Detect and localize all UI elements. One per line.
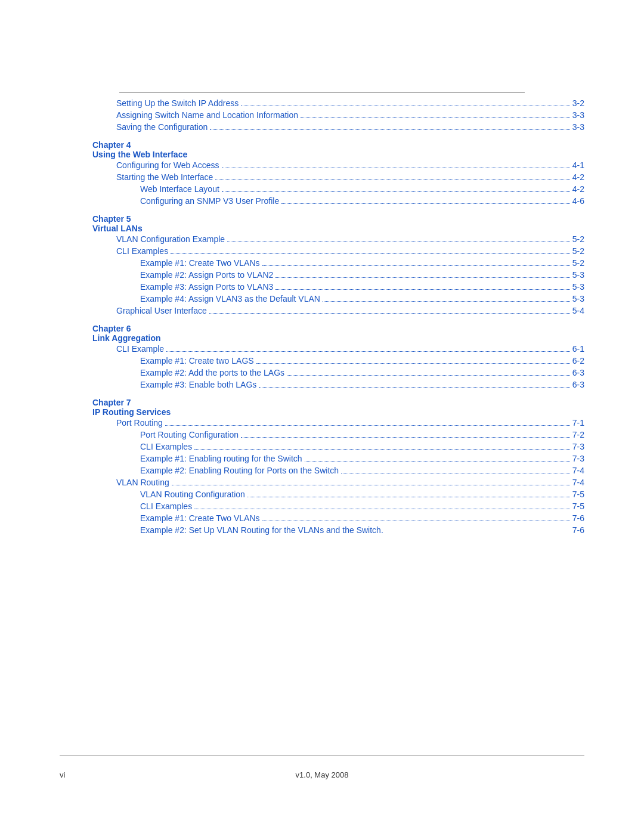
toc-page-number: 5-3 (572, 270, 584, 280)
toc-page-number: 7-3 (572, 454, 584, 463)
toc-entry-label: Example #1: Create Two VLANs (140, 513, 260, 523)
toc-entry-label: CLI Example (116, 344, 164, 354)
toc-entry[interactable]: VLAN Routing Configuration7-5 (140, 490, 584, 499)
toc-entry[interactable]: Port Routing Configuration7-2 (140, 430, 584, 439)
toc-entry-label: CLI Examples (140, 442, 192, 451)
chapter-number: Chapter 5 (92, 214, 584, 224)
page-number: vi (60, 770, 65, 779)
toc-dots (281, 203, 570, 204)
toc-entry[interactable]: Web Interface Layout4-2 (140, 184, 584, 194)
toc-entry[interactable]: CLI Example6-1 (116, 344, 584, 354)
toc-entry-label: Web Interface Layout (140, 184, 219, 194)
toc-container: Setting Up the Switch IP Address3-2Assig… (92, 98, 584, 535)
toc-entry[interactable]: Example #2: Set Up VLAN Routing for the … (140, 525, 584, 535)
toc-page-number: 5-2 (572, 234, 584, 244)
toc-page-number: 6-3 (572, 368, 584, 377)
toc-page-number: 5-3 (572, 282, 584, 292)
toc-entry-label: Configuring for Web Access (116, 160, 219, 170)
toc-dots (262, 521, 570, 521)
toc-entry-label: Example #1: Enabling routing for the Swi… (140, 454, 302, 463)
toc-dots (227, 241, 570, 242)
toc-entry-label: Starting the Web Interface (116, 172, 213, 182)
toc-entry[interactable]: Starting the Web Interface4-2 (116, 172, 584, 182)
toc-entry-label: Example #2: Assign Ports to VLAN2 (140, 270, 273, 280)
toc-entry[interactable]: Example #3: Assign Ports to VLAN35-3 (140, 282, 584, 292)
toc-dots (305, 461, 570, 462)
footer: vi v1.0, May 2008 (60, 770, 584, 779)
toc-entry[interactable]: Setting Up the Switch IP Address3-2 (116, 98, 584, 108)
toc-entry[interactable]: Example #3: Enable both LAGs6-3 (140, 380, 584, 389)
toc-page-number: 7-4 (572, 478, 584, 487)
toc-entry[interactable]: Graphical User Interface5-4 (116, 306, 584, 315)
toc-dots (247, 497, 570, 497)
version-label: v1.0, May 2008 (296, 770, 349, 779)
toc-dots (262, 265, 570, 266)
toc-entry-label: CLI Examples (116, 246, 168, 256)
toc-page-number: 7-5 (572, 490, 584, 499)
toc-entry-label: VLAN Routing Configuration (140, 490, 245, 499)
toc-dots (209, 313, 570, 314)
toc-dots (194, 449, 570, 450)
toc-dots (222, 191, 570, 192)
chapter-title: Virtual LANs (92, 224, 584, 233)
toc-page-number: 7-5 (572, 501, 584, 511)
toc-page-number: 7-2 (572, 430, 584, 439)
chapter-heading: Chapter 7IP Routing Services (92, 398, 584, 417)
top-rule (119, 92, 525, 93)
toc-entry[interactable]: VLAN Routing7-4 (116, 478, 584, 487)
toc-entry-label: Saving the Configuration (116, 122, 208, 132)
toc-entry[interactable]: Example #1: Create two LAGS6-2 (140, 356, 584, 366)
toc-page-number: 7-1 (572, 418, 584, 428)
toc-entry-label: VLAN Configuration Example (116, 234, 225, 244)
chapter-heading: Chapter 4Using the Web Interface (92, 140, 584, 159)
toc-page-number: 5-2 (572, 246, 584, 256)
toc-entry[interactable]: Example #4: Assign VLAN3 as the Default … (140, 294, 584, 304)
toc-page-number: 4-1 (572, 160, 584, 170)
toc-dots (166, 351, 570, 352)
toc-entry[interactable]: CLI Examples7-5 (140, 501, 584, 511)
toc-entry[interactable]: Example #1: Enabling routing for the Swi… (140, 454, 584, 463)
toc-entry[interactable]: Port Routing7-1 (116, 418, 584, 428)
toc-page-number: 3-3 (572, 110, 584, 120)
toc-entry-label: Assigning Switch Name and Location Infor… (116, 110, 298, 120)
toc-entry[interactable]: VLAN Configuration Example5-2 (116, 234, 584, 244)
toc-entry[interactable]: Assigning Switch Name and Location Infor… (116, 110, 584, 120)
toc-entry-label: Port Routing (116, 418, 163, 428)
chapter-number: Chapter 4 (92, 140, 584, 150)
toc-page-number: 6-1 (572, 344, 584, 354)
chapter-title: Using the Web Interface (92, 150, 584, 159)
toc-entry[interactable]: Configuring an SNMP V3 User Profile4-6 (140, 196, 584, 206)
toc-dots (241, 437, 570, 438)
toc-dots (165, 425, 570, 426)
toc-dots (210, 129, 569, 130)
toc-page-number: 4-2 (572, 184, 584, 194)
toc-page-number: 7-4 (572, 466, 584, 475)
toc-dots (275, 289, 569, 290)
toc-entry[interactable]: Example #1: Create Two VLANs7-6 (140, 513, 584, 523)
toc-entry-label: Example #2: Set Up VLAN Routing for the … (140, 525, 383, 535)
chapter-number: Chapter 6 (92, 324, 584, 333)
toc-entry[interactable]: Example #2: Enabling Routing for Ports o… (140, 466, 584, 475)
toc-page-number: 4-6 (572, 196, 584, 206)
toc-page-number: 6-2 (572, 356, 584, 366)
toc-entry-label: Example #1: Create Two VLANs (140, 258, 260, 268)
toc-dots (259, 387, 569, 388)
toc-entry-label: VLAN Routing (116, 478, 169, 487)
page: Setting Up the Switch IP Address3-2Assig… (0, 0, 644, 833)
toc-dots (241, 106, 570, 106)
toc-entry[interactable]: Example #2: Add the ports to the LAGs6-3 (140, 368, 584, 377)
toc-entry-label: Configuring an SNMP V3 User Profile (140, 196, 279, 206)
toc-dots (323, 301, 570, 302)
toc-entry[interactable]: Example #2: Assign Ports to VLAN25-3 (140, 270, 584, 280)
toc-entry[interactable]: Example #1: Create Two VLANs5-2 (140, 258, 584, 268)
toc-dots (275, 277, 569, 278)
toc-entry[interactable]: Saving the Configuration3-3 (116, 122, 584, 132)
toc-dots (287, 375, 570, 376)
toc-entry[interactable]: Configuring for Web Access4-1 (116, 160, 584, 170)
toc-entry[interactable]: CLI Examples5-2 (116, 246, 584, 256)
toc-entry-label: Port Routing Configuration (140, 430, 239, 439)
toc-entry[interactable]: CLI Examples7-3 (140, 442, 584, 451)
toc-dots (301, 117, 570, 118)
toc-page-number: 3-3 (572, 122, 584, 132)
toc-dots (194, 509, 570, 509)
